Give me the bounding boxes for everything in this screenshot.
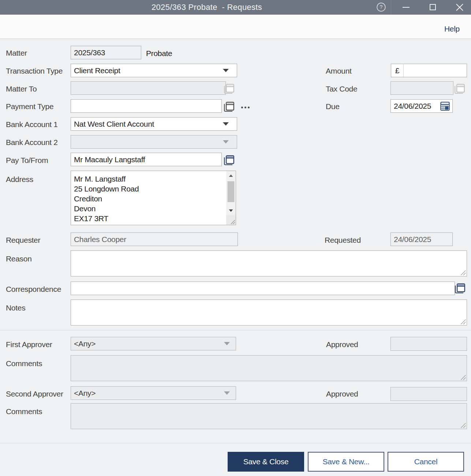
svg-text:?: ? [380, 4, 383, 10]
